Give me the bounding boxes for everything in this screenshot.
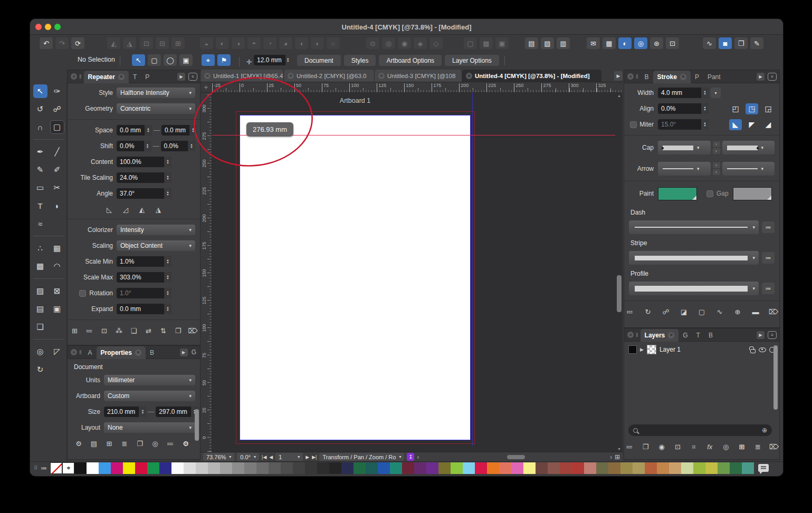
color-swatch[interactable] [487, 462, 499, 474]
color-swatch[interactable] [475, 462, 487, 474]
adjust-icon[interactable]: ≔ [165, 438, 176, 449]
brush-tool[interactable]: ✐ [50, 163, 64, 177]
tab-repeater[interactable]: Repeater✕ [84, 71, 129, 83]
duplicate-view-icon[interactable]: ❐ [734, 37, 748, 49]
clip-shape-icon[interactable]: ◇ [429, 37, 443, 49]
color-swatch[interactable] [111, 462, 123, 474]
profile-options-icon[interactable]: ≔ [762, 283, 775, 294]
text-frame-icon[interactable]: ▤ [525, 37, 538, 49]
color-swatch[interactable] [87, 462, 99, 474]
vertical-scrollbar-thumb[interactable] [617, 275, 622, 312]
marquee-tool[interactable]: ▢ [50, 120, 64, 134]
sync-icon[interactable]: ⟳ [71, 37, 84, 49]
magnet-tool[interactable]: ∩ [33, 120, 47, 134]
rotation-checkbox[interactable] [79, 290, 86, 297]
close-doc-icon[interactable]: ✕ [466, 73, 472, 79]
rotation-dropdown[interactable]: 0.0°▾ [237, 453, 259, 461]
shape-divide-icon[interactable]: ◔ [263, 37, 276, 49]
palette-grip[interactable]: ⠿ [34, 465, 37, 471]
stroke-paint-swatch[interactable] [658, 187, 697, 200]
stroke-align-field[interactable]: 0.0%▲▼ [658, 103, 709, 114]
tab-b[interactable]: B [641, 71, 653, 83]
flip-vertical-icon[interactable]: ◮ [123, 37, 136, 49]
doc-tab[interactable]: ✕Untitled-3 [CMYK] [@108 [375, 70, 462, 82]
color-swatch[interactable] [147, 462, 159, 474]
shuffle-icon[interactable]: ⇄ [143, 325, 155, 336]
swatch-none[interactable] [50, 462, 62, 474]
tab-layers[interactable]: Layers✕ [641, 329, 679, 342]
duplicate-icon[interactable]: ❐ [134, 438, 146, 449]
close-tab-icon[interactable]: ✕ [680, 74, 686, 80]
registration-icon[interactable]: ◎ [634, 37, 647, 49]
join-miter-icon[interactable]: ◣ [729, 119, 742, 130]
layer-color-swatch[interactable] [628, 345, 637, 354]
color-swatch[interactable] [74, 462, 87, 474]
doc-tab[interactable]: ✕Untitled-1 [CMYK] [@65.4 [200, 70, 284, 82]
horizontal-scrollbar[interactable] [422, 454, 607, 460]
add-repeater-icon[interactable]: ⊞ [69, 325, 81, 336]
shape-intersect-icon[interactable]: ◑ [232, 37, 245, 49]
color-swatch[interactable] [657, 462, 669, 474]
tab-overflow-icon[interactable]: ▶ [180, 349, 188, 356]
layer-name[interactable]: Layer 1 [660, 346, 747, 353]
isolate-layer-icon[interactable]: ◉ [656, 441, 667, 452]
fit-view-icon[interactable]: ⊞ [615, 453, 620, 461]
nudge-stepper[interactable]: ▲▼ [285, 55, 291, 65]
color-swatch[interactable] [123, 462, 135, 474]
color-swatch[interactable] [596, 462, 608, 474]
color-swatch[interactable] [693, 462, 705, 474]
stack-icon[interactable]: ≣ [119, 438, 130, 449]
delete-layer-icon[interactable]: ⌦ [769, 441, 779, 452]
mesh-tool[interactable]: ▦ [50, 241, 64, 255]
reference-point-icon[interactable]: ⊡ [666, 37, 679, 49]
preview-mode-icon[interactable]: ◐ [618, 37, 632, 49]
corner-tool[interactable]: ◸ [50, 345, 64, 359]
tab-pant[interactable]: Pant [703, 71, 725, 83]
pattern-tool[interactable]: ▤ [33, 302, 47, 316]
comments-icon[interactable] [758, 464, 769, 472]
reset-stroke-icon[interactable]: ↻ [642, 306, 654, 317]
palette-options-icon[interactable]: ≔ [41, 464, 47, 472]
close-tab-icon[interactable]: ✕ [668, 332, 674, 338]
miter-checkbox[interactable] [630, 121, 637, 128]
add-stroke-icon[interactable]: ⊕ [732, 306, 743, 317]
previous-page-button[interactable]: ◀ [269, 453, 273, 461]
tab-overflow-icon[interactable]: ▶ [757, 73, 765, 81]
layer-search-field[interactable]: ⊕ [628, 424, 772, 436]
color-swatch[interactable] [220, 462, 232, 474]
next-page-button[interactable]: ▶ [305, 453, 309, 461]
scale-object-icon[interactable]: ⊟ [156, 37, 169, 49]
horizontal-scrollbar-thumb[interactable] [507, 455, 525, 459]
align-inside-icon[interactable]: ◰ [729, 103, 742, 114]
dash-options-icon[interactable]: ≔ [762, 221, 775, 233]
mirror-vertical-icon[interactable]: ◮ [152, 204, 164, 215]
curve-board-icon[interactable]: ∿ [703, 37, 716, 49]
ruler-origin[interactable]: ✛ [200, 82, 212, 93]
tool-mode-dropdown[interactable]: Transform / Pan / Zoom / Ro▾ [319, 453, 404, 461]
color-swatch[interactable] [244, 462, 256, 474]
panel-close-icon[interactable]: ✕ [627, 73, 634, 80]
stroke-width-field[interactable]: 4.0 mm▲▼ [658, 88, 709, 98]
group-select-icon[interactable]: ▢ [148, 54, 161, 66]
layer-lock-icon[interactable] [750, 349, 756, 353]
swap-cap-back-icon[interactable]: ‹ [713, 148, 720, 154]
color-swatch[interactable] [426, 462, 438, 474]
node-tool[interactable]: ✑ [50, 84, 64, 98]
blend-shape-icon[interactable]: ◈ [414, 37, 427, 49]
text-tool[interactable]: T [33, 199, 47, 212]
color-proof-icon[interactable]: ◙ [719, 37, 732, 49]
layout-dropdown[interactable]: None▾ [104, 422, 195, 433]
vertical-ruler[interactable]: 3002752502252001751501251007550250 [200, 93, 212, 452]
rotate-selection-tool[interactable]: ↺ [33, 102, 47, 116]
profile-dropdown[interactable]: ▾ [629, 282, 759, 295]
tile-shapes-icon[interactable]: ❏ [128, 325, 140, 336]
shape-crop-icon[interactable]: ◗ [311, 37, 324, 49]
units-dropdown[interactable]: Millimeter▾ [104, 375, 195, 385]
shape-outline-icon[interactable]: ○ [327, 37, 340, 49]
tab-t[interactable]: T [129, 71, 141, 83]
document-button[interactable]: Document [297, 55, 341, 66]
panel-scrollbar-thumb[interactable] [195, 409, 199, 441]
panel-menu-icon[interactable]: ≡ [188, 73, 197, 81]
effects-grid-icon[interactable]: ⊛ [650, 37, 663, 49]
skew-left-icon[interactable]: ◺ [103, 204, 115, 215]
